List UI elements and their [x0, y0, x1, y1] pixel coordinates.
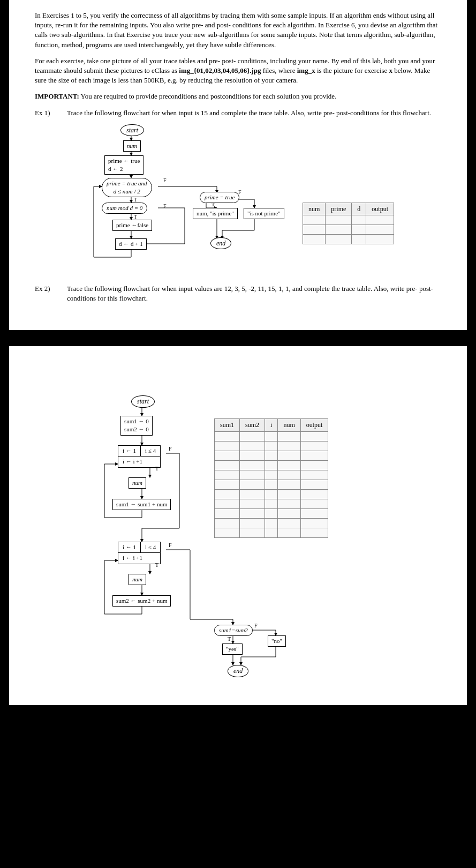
- ex2-flowchart: start sum1 ← 0 sum2 ← 0 i ← 1 i ≤ 4 i ← …: [67, 394, 441, 684]
- intro-p1: In Exercises 1 to 5, you verify the corr…: [35, 11, 441, 50]
- fc2-init: sum1 ← 0 sum2 ← 0: [120, 416, 153, 436]
- lbl-f3: F: [238, 189, 241, 196]
- lbl-f3b: F: [254, 622, 258, 630]
- lbl-f: F: [163, 177, 167, 184]
- lbl-t3: T: [211, 201, 215, 208]
- lbl-f2b: F: [169, 542, 172, 549]
- fc-init: prime ← true d ← 2: [104, 155, 143, 175]
- lbl-f2: F: [163, 203, 167, 210]
- intro-p3: IMPORTANT: You are required to provide p…: [35, 92, 441, 101]
- fc2-start: start: [131, 395, 155, 408]
- lbl-t3b: T: [228, 635, 231, 643]
- fc2-end: end: [228, 665, 248, 677]
- exercise-2: Ex 2) Trace the following flowchart for …: [35, 284, 441, 303]
- page-1: In Exercises 1 to 5, you verify the corr…: [9, 0, 467, 330]
- ex2-trace-table: sum1 sum2 i num output: [214, 418, 328, 538]
- ex1-trace-table: num prime d output: [303, 203, 394, 245]
- fc2-sum1: sum1 ← sum1 + num: [112, 499, 171, 510]
- fc-print-notprime: "is not prime": [244, 208, 284, 219]
- page-2: start sum1 ← 0 sum2 ← 0 i ← 1 i ≤ 4 i ← …: [9, 346, 467, 705]
- intro-p2: For each exercise, take one picture of a…: [35, 56, 441, 86]
- fc-mod: num mod d = 0: [102, 203, 147, 214]
- fc-end: end: [210, 237, 231, 250]
- fc-prime-true: prime = true: [200, 192, 239, 203]
- fc-prime-false: prime ←false: [112, 220, 152, 231]
- fc2-eq: sum1=sum2: [214, 625, 253, 636]
- lbl-t2b: T: [155, 562, 158, 569]
- ex1-text: Trace the following flowchart for when i…: [67, 108, 441, 118]
- ex2-label: Ex 2): [35, 284, 67, 303]
- fc2-loop1: i ← 1 i ≤ 4 i ← i +1: [118, 445, 161, 468]
- lbl-f1: F: [169, 445, 172, 453]
- fc2-num2: num: [129, 574, 146, 585]
- fc-print-isprime: num, "is prime": [193, 208, 238, 219]
- ex1-label: Ex 1): [35, 108, 67, 118]
- fc2-num1: num: [129, 477, 146, 489]
- ex1-flowchart: start num prime ← true d ← 2 prime = tru…: [67, 123, 441, 273]
- exercise-1: Ex 1) Trace the following flowchart for …: [35, 108, 441, 118]
- fc-d-inc: d ← d + 1: [115, 238, 147, 250]
- fc-loop-cond: prime = true and d ≤ num / 2: [102, 178, 152, 198]
- lbl-t1: T: [155, 465, 158, 473]
- fc2-loop2: i ← 1 i ≤ 4 i ← i +1: [118, 542, 161, 564]
- fc2-no: "no": [268, 635, 286, 647]
- fc-start: start: [120, 124, 144, 137]
- fc2-sum2: sum2 ← sum2 + num: [112, 595, 171, 607]
- ex2-text: Trace the following flowchart for when i…: [67, 284, 441, 303]
- fc2-yes: "yes": [222, 643, 243, 655]
- fc-input-num: num: [123, 140, 141, 152]
